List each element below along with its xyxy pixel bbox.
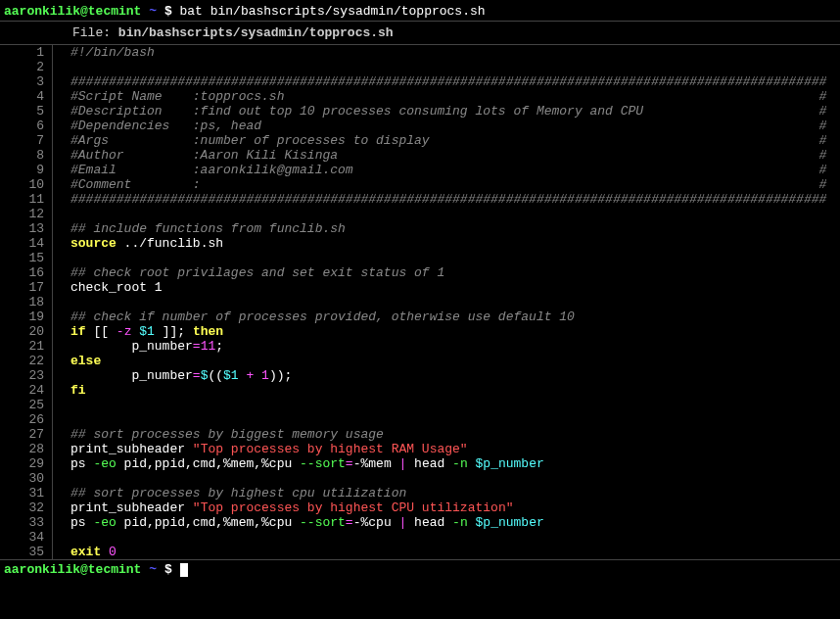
user-host: aaronkilik@tecmint [4, 562, 141, 577]
code-line: p_number=11; [70, 339, 840, 354]
file-path: bin/bashscripts/sysadmin/topprocs.sh [118, 25, 394, 40]
code-line: print_subheader "Top processes by highes… [70, 500, 840, 515]
code-line: ## include functions from funclib.sh [70, 221, 840, 236]
code-line: ########################################… [70, 192, 840, 207]
code-line: ## sort processes by biggest memory usag… [70, 427, 840, 442]
code-line: ## check if number of processes provided… [70, 310, 840, 324]
line-number: 19 [0, 310, 44, 324]
code-line: #Args :number of processes to display # [70, 133, 840, 148]
line-number: 12 [0, 207, 44, 221]
line-number: 22 [0, 354, 44, 368]
line-number: 26 [0, 412, 44, 427]
code-line: ########################################… [70, 74, 840, 89]
code-lines: #!/bin/bash ############################… [53, 45, 840, 559]
code-line: #Comment : # [70, 177, 840, 192]
line-number: 10 [0, 177, 44, 192]
prompt-symbol: $ [164, 4, 172, 19]
line-number: 16 [0, 265, 44, 280]
code-line: ps -eo pid,ppid,cmd,%mem,%cpu --sort=-%m… [70, 456, 840, 471]
code-line [70, 251, 840, 265]
line-number: 33 [0, 515, 44, 530]
file-label: File: [72, 25, 111, 40]
code-line: if [[ -z $1 ]]; then [70, 324, 840, 339]
line-number: 32 [0, 500, 44, 515]
code-line [70, 412, 840, 427]
line-number: 35 [0, 545, 44, 559]
line-number: 8 [0, 148, 44, 163]
line-number: 1 [0, 45, 44, 60]
line-number: 3 [0, 74, 44, 89]
code-line: source ../funclib.sh [70, 236, 840, 251]
code-line: #Script Name :topprocs.sh # [70, 89, 840, 104]
user-host: aaronkilik@tecmint [4, 4, 141, 19]
code-line: else [70, 354, 840, 368]
code-line [70, 295, 840, 310]
code-line: print_subheader "Top processes by highes… [70, 442, 840, 456]
line-number: 5 [0, 104, 44, 119]
line-number: 13 [0, 221, 44, 236]
code-line: ## sort processes by highest cpu utiliza… [70, 486, 840, 500]
cwd: ~ [149, 4, 157, 19]
code-line: p_number=$(($1 + 1)); [70, 368, 840, 383]
line-number: 6 [0, 119, 44, 133]
terminal[interactable]: aaronkilik@tecmint ~ $ bat bin/bashscrip… [0, 0, 840, 581]
cursor [180, 563, 188, 577]
line-number: 18 [0, 295, 44, 310]
code-line: check_root 1 [70, 280, 840, 295]
line-number: 34 [0, 530, 44, 545]
code-line: fi [70, 383, 840, 398]
line-number: 30 [0, 471, 44, 486]
line-number: 21 [0, 339, 44, 354]
line-number: 9 [0, 163, 44, 177]
code-line [70, 398, 840, 412]
line-number: 15 [0, 251, 44, 265]
code-line: ps -eo pid,ppid,cmd,%mem,%cpu --sort=-%c… [70, 515, 840, 530]
prompt-symbol: $ [164, 562, 172, 577]
prompt-line-2[interactable]: aaronkilik@tecmint ~ $ [0, 560, 840, 579]
line-number: 20 [0, 324, 44, 339]
code-line: #Email :aaronkilik@gmail.com # [70, 163, 840, 177]
line-number: 29 [0, 456, 44, 471]
code-line: #Description :find out top 10 processes … [70, 104, 840, 119]
line-number: 11 [0, 192, 44, 207]
line-number: 2 [0, 60, 44, 74]
line-number: 27 [0, 427, 44, 442]
code-line: exit 0 [70, 545, 840, 559]
code-line: #!/bin/bash [70, 45, 840, 60]
line-number: 23 [0, 368, 44, 383]
line-number: 25 [0, 398, 44, 412]
code-line [70, 60, 840, 74]
entered-command: bat bin/bashscripts/sysadmin/topprocs.sh [180, 4, 486, 19]
line-number: 7 [0, 133, 44, 148]
line-number: 28 [0, 442, 44, 456]
line-number: 31 [0, 486, 44, 500]
code-line: #Author :Aaron Kili Kisinga # [70, 148, 840, 163]
line-number-gutter: 1234567891011121314151617181920212223242… [0, 45, 53, 559]
line-number: 17 [0, 280, 44, 295]
code-line [70, 530, 840, 545]
cwd: ~ [149, 562, 157, 577]
code-line: #Dependencies :ps, head # [70, 119, 840, 133]
line-number: 24 [0, 383, 44, 398]
code-line [70, 207, 840, 221]
code-line: ## check root privilages and set exit st… [70, 265, 840, 280]
code-viewer: 1234567891011121314151617181920212223242… [0, 45, 840, 559]
file-header: File: bin/bashscripts/sysadmin/topprocs.… [0, 21, 840, 45]
line-number: 4 [0, 89, 44, 104]
code-line [70, 471, 840, 486]
line-number: 14 [0, 236, 44, 251]
prompt-line-1: aaronkilik@tecmint ~ $ bat bin/bashscrip… [0, 2, 840, 21]
